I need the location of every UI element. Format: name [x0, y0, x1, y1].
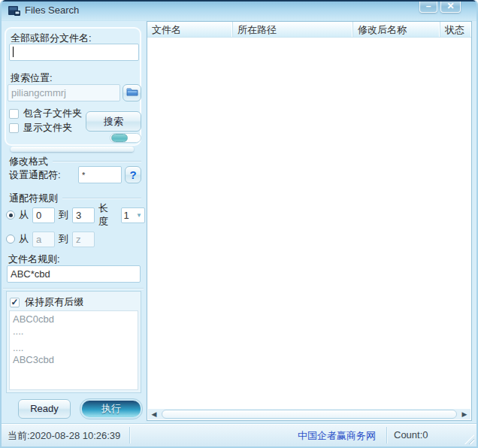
site-link[interactable]: 中国企者赢商务网 — [298, 429, 376, 443]
current-time-text: 当前:2020-08-28 10:26:39 — [8, 429, 120, 443]
wildcard-label: 设置通配符: — [9, 168, 61, 182]
minimize-button[interactable]: – — [419, 2, 437, 13]
help-button[interactable]: ? — [125, 166, 141, 183]
wildcard-rules-legend: 通配符规则 — [9, 192, 141, 205]
status-bar: 当前:2020-08-28 10:26:39 中国企者赢商务网 Count:0 — [2, 423, 476, 446]
column-header-status[interactable]: 状态 — [440, 22, 471, 37]
list-item: ABC0cbd — [13, 313, 135, 325]
execute-button[interactable]: 执行 — [80, 398, 143, 419]
minimize-icon: – — [426, 1, 431, 11]
keep-suffix-label: 保持原有后缀 — [25, 295, 83, 309]
preview-list[interactable]: ABC0cbd .... .... ABC3cbd — [9, 310, 138, 390]
left-panel: 全部或部分文件名: 搜索位置: 包含子文件夹 — [2, 21, 145, 423]
table-body[interactable] — [147, 38, 471, 408]
horizontal-scrollbar[interactable]: ◀ ▶ — [148, 409, 470, 419]
browse-folder-button[interactable] — [123, 84, 141, 101]
main-area: 全部或部分文件名: 搜索位置: 包含子文件夹 — [2, 21, 476, 423]
legend-line — [53, 161, 141, 162]
location-input[interactable] — [8, 84, 120, 101]
scroll-left-icon[interactable]: ◀ — [148, 409, 160, 419]
folder-icon — [126, 87, 138, 98]
mini-slider-thumb[interactable] — [111, 134, 128, 142]
length-value: 1 — [124, 210, 129, 221]
numeric-from-label: 从 — [19, 208, 29, 222]
location-label: 搜索位置: — [11, 71, 53, 85]
ready-button-label: Ready — [30, 403, 59, 414]
include-subfolders-checkbox[interactable] — [9, 109, 19, 119]
include-subfolders-label: 包含子文件夹 — [23, 107, 82, 120]
alpha-rule-radio[interactable] — [6, 235, 15, 244]
list-item: .... — [13, 342, 135, 354]
app-icon — [8, 5, 21, 17]
statusbar-separator — [386, 427, 387, 443]
text-caret — [13, 47, 14, 57]
filename-input[interactable] — [9, 44, 139, 61]
close-button[interactable]: ✕ — [440, 2, 461, 13]
divider-line — [3, 288, 144, 289]
help-icon: ? — [129, 168, 136, 181]
mini-slider[interactable] — [110, 133, 141, 143]
name-rule-label: 文件名规则: — [8, 253, 60, 266]
keep-suffix-box: ✓ 保持原有后缀 ABC0cbd .... .... ABC3cbd — [6, 291, 141, 393]
app-window: Files Search – ✕ 全部或部分文件名: 搜索位置: — [0, 0, 478, 448]
numeric-rule-row: 从 到 长度 1 ▼ — [6, 207, 145, 223]
ready-button[interactable]: Ready — [18, 399, 71, 419]
chevron-down-icon: ▼ — [136, 212, 142, 219]
list-item: ABC3cbd — [13, 354, 135, 366]
alpha-from-label: 从 — [19, 232, 29, 246]
alpha-to-input[interactable] — [72, 232, 95, 247]
list-item: .... — [13, 325, 135, 338]
window-title: Files Search — [25, 5, 79, 16]
close-icon: ✕ — [446, 1, 454, 11]
show-folders-row[interactable]: 显示文件夹 — [9, 121, 72, 135]
keep-suffix-row[interactable]: ✓ 保持原有后缀 — [7, 292, 141, 312]
alpha-from-input[interactable] — [32, 232, 55, 247]
legend-line — [62, 198, 141, 199]
numeric-rule-radio[interactable] — [6, 210, 15, 219]
numeric-from-input[interactable] — [32, 207, 55, 223]
column-header-newname[interactable]: 修改后名称 — [353, 22, 440, 37]
numeric-to-label: 到 — [59, 208, 68, 222]
length-dropdown[interactable]: 1 ▼ — [121, 207, 146, 223]
section-divider — [11, 147, 134, 152]
keep-suffix-checkbox[interactable]: ✓ — [10, 298, 20, 307]
wildcard-rules-label: 通配符规则 — [9, 192, 62, 205]
column-header-path[interactable]: 所在路径 — [233, 22, 353, 37]
execute-button-label: 执行 — [101, 403, 121, 414]
title-bar[interactable]: Files Search – ✕ — [2, 0, 476, 21]
search-button[interactable]: 搜索 — [86, 111, 141, 132]
table-header: 文件名 所在路径 修改后名称 状态 — [147, 22, 471, 38]
wildcard-input[interactable] — [78, 166, 122, 183]
modify-format-label: 修改格式 — [9, 155, 53, 168]
check-icon: ✓ — [11, 298, 18, 307]
results-table: 文件名 所在路径 修改后名称 状态 ◀ ▶ — [147, 21, 472, 421]
include-subfolders-row[interactable]: 包含子文件夹 — [9, 107, 82, 120]
numeric-to-input[interactable] — [72, 207, 95, 223]
show-folders-checkbox[interactable] — [9, 123, 19, 133]
scrollbar-thumb[interactable] — [162, 410, 457, 419]
length-label: 长度 — [98, 201, 117, 229]
name-rule-input[interactable] — [7, 265, 141, 283]
search-button-label: 搜索 — [104, 116, 123, 127]
scroll-right-icon[interactable]: ▶ — [458, 409, 470, 419]
show-folders-label: 显示文件夹 — [23, 121, 72, 135]
resize-grip[interactable] — [464, 434, 474, 444]
column-header-filename[interactable]: 文件名 — [147, 22, 233, 37]
count-text: Count:0 — [394, 429, 428, 440]
statusbar-separator — [129, 427, 130, 443]
alpha-rule-row: 从 到 — [6, 231, 95, 247]
alpha-to-label: 到 — [59, 232, 68, 246]
